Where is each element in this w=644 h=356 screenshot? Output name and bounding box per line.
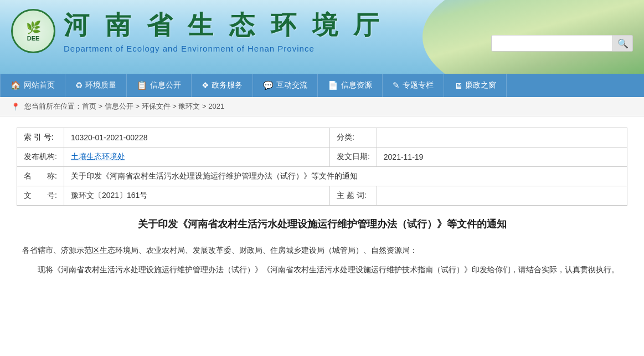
nav-label-interaction: 互动交流 [276, 80, 307, 90]
logo-circle: 🌿 DEE [11, 9, 55, 53]
category-label: 分类: [329, 128, 377, 148]
search-area: 🔍 [491, 35, 633, 52]
breadcrumb-bar: 📍 您当前所在位置：首页 > 信息公开 > 环保文件 > 豫环文 > 2021 [0, 97, 644, 116]
article-paragraph-1: 现将《河南省农村生活污水处理设施运行维护管理办法（试行）》《河南省农村生活污水处… [22, 262, 622, 277]
category-value [377, 128, 627, 148]
logo-dee-text: DEE [26, 35, 41, 42]
nav-item-home[interactable]: 🏠 网站首页 [0, 74, 65, 97]
nav-item-resources[interactable]: 📄 信息资源 [318, 74, 383, 97]
nav-label-info: 信息公开 [150, 80, 181, 90]
keywords-label: 主 题 词: [329, 186, 377, 206]
issuer-label: 发布机构: [17, 148, 64, 167]
nav-label-service: 政务服务 [212, 80, 243, 90]
name-label: 名 称: [17, 167, 64, 186]
search-button[interactable]: 🔍 [613, 35, 633, 52]
docnum-value: 豫环文〔2021〕161号 [64, 186, 329, 206]
header-title-en: Department of Ecology and Environment of… [64, 44, 383, 53]
info-row-docnum: 文 号: 豫环文〔2021〕161号 主 题 词: [17, 186, 627, 206]
topics-icon: ✎ [393, 80, 400, 90]
home-icon: 🏠 [11, 80, 21, 90]
location-icon: 📍 [11, 103, 20, 111]
date-label: 发文日期: [329, 148, 377, 167]
info-row-ref: 索 引 号: 10320-01-2021-00228 分类: [17, 128, 627, 148]
nav-item-interaction[interactable]: 💬 互动交流 [253, 74, 318, 97]
nav-item-service[interactable]: ❖ 政务服务 [192, 74, 253, 97]
info-table: 索 引 号: 10320-01-2021-00228 分类: 发布机构: 土壤生… [17, 128, 627, 206]
article-title: 关于印发《河南省农村生活污水处理设施运行维护管理办法（试行）》等文件的通知 [17, 217, 627, 232]
nav-item-topics[interactable]: ✎ 专题专栏 [383, 74, 444, 97]
environment-icon: ♻ [75, 80, 83, 90]
header-title-block: 河 南 省 生 态 环 境 厅 Department of Ecology an… [64, 8, 383, 53]
date-value: 2021-11-19 [377, 148, 627, 167]
nav-label-topics: 专题专栏 [403, 80, 434, 90]
search-input[interactable] [491, 35, 613, 52]
logo-tree-icon: 🌿 [26, 21, 41, 35]
info-icon: 📋 [137, 80, 147, 90]
nav-item-environment[interactable]: ♻ 环境质量 [65, 74, 127, 97]
integrity-icon: 🖥 [454, 81, 462, 90]
logo-inner: 🌿 DEE [26, 21, 41, 42]
service-icon: ❖ [202, 80, 209, 90]
header: 🌿 DEE 河 南 省 生 态 环 境 厅 Department of Ecol… [0, 0, 644, 74]
nav-label-integrity: 廉政之窗 [465, 80, 496, 90]
interaction-icon: 💬 [263, 80, 274, 90]
article-recipients: 各省辖市、济源示范区生态环境局、农业农村局、发展改革委、财政局、住房城乡建设局（… [22, 243, 622, 258]
issuer-link[interactable]: 土壤生态环境处 [71, 152, 125, 161]
content-area: 索 引 号: 10320-01-2021-00228 分类: 发布机构: 土壤生… [0, 116, 644, 292]
docnum-label: 文 号: [17, 186, 64, 206]
nav-item-info[interactable]: 📋 信息公开 [127, 74, 192, 97]
nav-label-home: 网站首页 [24, 80, 55, 90]
article-body: 各省辖市、济源示范区生态环境局、农业农村局、发展改革委、财政局、住房城乡建设局（… [17, 243, 627, 277]
nav-item-integrity[interactable]: 🖥 廉政之窗 [444, 74, 507, 97]
name-value: 关于印发《河南省农村生活污水处理设施运行维护管理办法（试行）》等文件的通知 [64, 167, 627, 186]
nav-label-resources: 信息资源 [341, 80, 372, 90]
issuer-value: 土壤生态环境处 [64, 148, 329, 167]
ref-value: 10320-01-2021-00228 [64, 128, 329, 148]
ref-label: 索 引 号: [17, 128, 64, 148]
info-row-name: 名 称: 关于印发《河南省农村生活污水处理设施运行维护管理办法（试行）》等文件的… [17, 167, 627, 186]
info-row-issuer: 发布机构: 土壤生态环境处 发文日期: 2021-11-19 [17, 148, 627, 167]
resources-icon: 📄 [328, 80, 338, 90]
header-title-cn: 河 南 省 生 态 环 境 厅 [64, 8, 383, 43]
header-content: 🌿 DEE 河 南 省 生 态 环 境 厅 Department of Ecol… [0, 0, 644, 62]
keywords-value [377, 186, 627, 206]
nav-bar: 🏠 网站首页 ♻ 环境质量 📋 信息公开 ❖ 政务服务 💬 互动交流 📄 信息资… [0, 74, 644, 97]
breadcrumb-text: 您当前所在位置：首页 > 信息公开 > 环保文件 > 豫环文 > 2021 [24, 101, 224, 111]
nav-label-environment: 环境质量 [85, 80, 116, 90]
